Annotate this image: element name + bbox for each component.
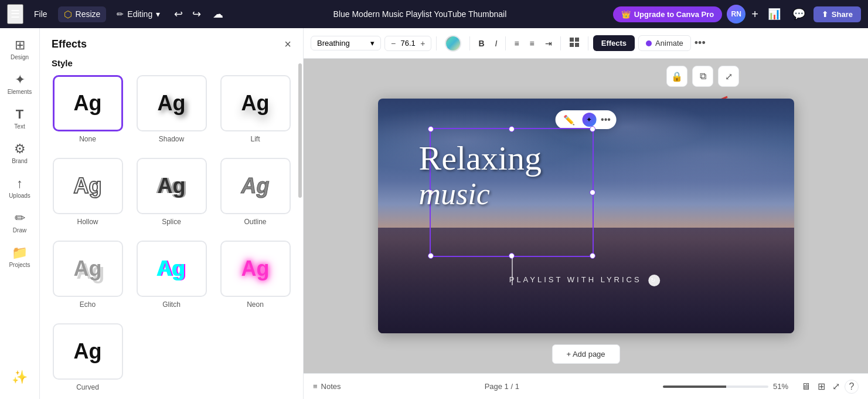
analytics-icon[interactable]: 📊 bbox=[764, 5, 784, 23]
handle-bottom-right[interactable] bbox=[590, 253, 595, 259]
resize-button[interactable]: ⬡ Resize bbox=[58, 6, 107, 22]
font-size-decrease[interactable]: − bbox=[390, 39, 397, 48]
sub-canvas-text[interactable]: PLAYLIST WITH LYRICS ↻ bbox=[509, 275, 663, 286]
effect-outline-preview: Ag bbox=[220, 158, 291, 214]
effect-curved[interactable]: Ag Curved bbox=[49, 323, 126, 399]
editing-label: Editing bbox=[127, 9, 152, 19]
scroll-track bbox=[298, 63, 302, 399]
desktop-view-button[interactable]: 🖥 bbox=[799, 380, 813, 393]
grid-view-button[interactable]: ⊞ bbox=[815, 380, 828, 393]
text-label: Text bbox=[14, 123, 25, 130]
effect-none-label: None bbox=[79, 135, 96, 143]
float-magic-button[interactable]: ✦ bbox=[582, 113, 596, 127]
canvas-wrapper[interactable]: 🔒 ⧉ ⤢ ✏️ ✦ bbox=[304, 59, 868, 373]
effect-none[interactable]: Ag None bbox=[49, 75, 126, 151]
notes-icon: ≡ bbox=[313, 382, 318, 391]
zoom-slider[interactable] bbox=[663, 386, 768, 388]
cloud-save-button[interactable]: ☁ bbox=[209, 5, 227, 23]
effect-glitch[interactable]: Ag Glitch bbox=[133, 241, 210, 316]
indent-button[interactable]: ⇥ bbox=[542, 36, 556, 50]
spacing-icon bbox=[569, 37, 580, 48]
list-button[interactable]: ≡ bbox=[526, 36, 538, 50]
editing-button[interactable]: ✏ Editing ▾ bbox=[111, 7, 166, 21]
sub-text-content: PLAYLIST WITH LYRICS bbox=[509, 275, 642, 284]
sidebar-item-text[interactable]: T Text bbox=[2, 102, 38, 134]
effects-toolbar-button[interactable]: Effects bbox=[593, 35, 635, 51]
effect-splice-text: Ag bbox=[158, 174, 186, 198]
float-edit-button[interactable]: ✏️ bbox=[561, 113, 577, 127]
bold-button[interactable]: B bbox=[475, 36, 488, 50]
comments-icon[interactable]: 💬 bbox=[789, 5, 809, 23]
draw-icon: ✏ bbox=[15, 211, 25, 226]
effect-outline[interactable]: Ag Outline bbox=[217, 158, 294, 234]
page-info: Page 1 / 1 bbox=[341, 382, 663, 391]
fullscreen-button[interactable]: ⤢ bbox=[830, 380, 842, 393]
align-button[interactable]: ≡ bbox=[510, 36, 522, 50]
svg-rect-2 bbox=[570, 43, 574, 47]
magic-icon-button[interactable]: ✨ bbox=[2, 365, 38, 390]
effect-echo-preview: Ag bbox=[53, 241, 123, 297]
sidebar-item-uploads[interactable]: ↑ Uploads bbox=[2, 171, 38, 204]
add-page-button[interactable]: + Add page bbox=[552, 344, 619, 364]
sidebar-item-draw[interactable]: ✏ Draw bbox=[2, 206, 38, 238]
animate-label: Animate bbox=[655, 39, 683, 48]
effect-splice[interactable]: Ag Splice bbox=[133, 158, 210, 234]
uploads-icon: ↑ bbox=[16, 176, 23, 191]
thumbnail-canvas[interactable]: ✏️ ✦ ••• Relaxi bbox=[378, 99, 794, 333]
effect-curved-label: Curved bbox=[76, 383, 99, 391]
effect-shadow[interactable]: Ag Shadow bbox=[133, 75, 210, 151]
handle-top-right[interactable] bbox=[590, 126, 595, 132]
effect-curved-preview: Ag bbox=[53, 323, 123, 380]
text-color-button[interactable] bbox=[441, 33, 465, 54]
sidebar-item-brand[interactable]: ⚙ Brand bbox=[2, 137, 38, 169]
view-buttons: 🖥 ⊞ ⤢ bbox=[799, 380, 842, 393]
main-canvas-text[interactable]: Relaxing music bbox=[419, 140, 542, 211]
sidebar-item-projects[interactable]: 📁 Projects bbox=[2, 241, 38, 273]
sidebar-item-design[interactable]: ⊞ Design bbox=[2, 33, 38, 65]
canvas-overlay-controls: 🔒 ⧉ ⤢ bbox=[666, 66, 739, 87]
font-family-selector[interactable]: Breathing ▾ bbox=[311, 36, 381, 50]
lock-button[interactable]: 🔒 bbox=[666, 66, 687, 87]
sidebar-item-elements[interactable]: ✦ Elements bbox=[2, 67, 38, 100]
file-label: File bbox=[34, 9, 47, 19]
animate-button[interactable]: Animate bbox=[638, 35, 691, 51]
file-menu[interactable]: File bbox=[28, 7, 53, 21]
upgrade-button[interactable]: 👑 Upgrade to Canva Pro bbox=[613, 6, 723, 22]
effect-lift[interactable]: Ag Lift bbox=[217, 75, 294, 151]
handle-top-left[interactable] bbox=[428, 126, 434, 132]
scroll-thumb[interactable] bbox=[298, 63, 302, 198]
elements-icon: ✦ bbox=[15, 72, 25, 87]
refresh-icon[interactable]: ↻ bbox=[648, 275, 660, 286]
share-label: Share bbox=[832, 10, 853, 19]
zoom-value: 51% bbox=[773, 382, 794, 391]
effect-splice-preview: Ag bbox=[137, 158, 207, 214]
undo-button[interactable]: ↩ bbox=[171, 5, 186, 23]
redo-button[interactable]: ↪ bbox=[189, 5, 205, 23]
effect-outline-label: Outline bbox=[244, 218, 266, 226]
effect-neon-label: Neon bbox=[247, 300, 264, 309]
user-avatar[interactable]: RN bbox=[727, 5, 746, 23]
handle-top-middle[interactable] bbox=[509, 126, 515, 132]
handle-bottom-left[interactable] bbox=[428, 253, 434, 259]
effect-neon[interactable]: Ag Neon bbox=[217, 241, 294, 316]
hamburger-menu[interactable]: ☰ bbox=[7, 4, 23, 24]
float-more-button[interactable]: ••• bbox=[601, 114, 611, 125]
notes-button[interactable]: ≡ Notes bbox=[313, 382, 341, 391]
add-user-icon[interactable]: + bbox=[751, 8, 758, 21]
help-button[interactable]: ? bbox=[845, 380, 859, 394]
expand-button[interactable]: ⤢ bbox=[718, 66, 739, 87]
more-options-button[interactable]: ••• bbox=[695, 37, 706, 49]
font-size-increase[interactable]: + bbox=[419, 39, 426, 48]
divider-3 bbox=[505, 36, 506, 50]
canvas-float-toolbar: ✏️ ✦ ••• bbox=[555, 110, 617, 129]
italic-button[interactable]: I bbox=[492, 36, 501, 50]
font-size-control: − 76.1 + bbox=[384, 36, 431, 51]
spacing-button[interactable] bbox=[566, 35, 583, 52]
duplicate-button[interactable]: ⧉ bbox=[692, 66, 713, 87]
effect-hollow[interactable]: Ag Hollow bbox=[49, 158, 126, 234]
effect-echo[interactable]: Ag Echo bbox=[49, 241, 126, 316]
effects-close-button[interactable]: × bbox=[284, 38, 291, 51]
add-page-area: + Add page bbox=[552, 344, 619, 364]
handle-middle-right[interactable] bbox=[590, 190, 595, 195]
share-button[interactable]: ⬆ Share bbox=[813, 6, 861, 22]
